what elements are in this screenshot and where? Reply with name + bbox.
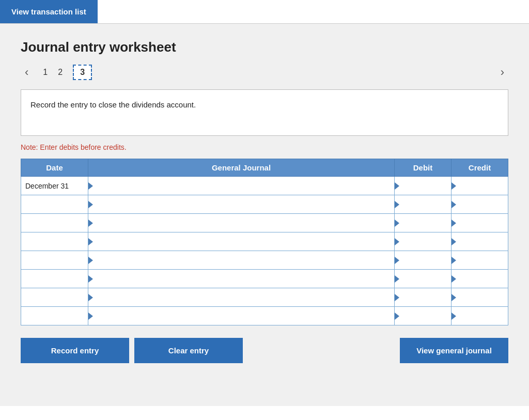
credit-triangle-icon-6 (452, 294, 456, 301)
credit-cell-0[interactable] (452, 177, 508, 195)
table-row (21, 251, 508, 270)
table-row (21, 270, 508, 288)
triangle-icon-4 (88, 257, 93, 264)
date-cell-1 (21, 195, 88, 214)
triangle-icon-7 (88, 313, 93, 320)
note-text: Note: Enter debits before credits. (21, 143, 508, 151)
triangle-icon-0 (88, 182, 93, 190)
journal-input-2[interactable] (97, 214, 394, 232)
debit-input-1[interactable] (403, 195, 451, 213)
table-row (21, 195, 508, 214)
page-3-active[interactable]: 3 (73, 65, 92, 80)
debit-cell-6[interactable] (395, 288, 452, 307)
triangle-icon-5 (88, 275, 93, 283)
credit-input-2[interactable] (460, 214, 508, 232)
date-value-0: December 31 (25, 182, 69, 190)
buttons-row: Record entry Clear entry View general jo… (21, 338, 508, 363)
prev-page-button[interactable]: ‹ (21, 65, 33, 80)
credit-cell-3[interactable] (452, 232, 508, 251)
page-title: Journal entry worksheet (21, 39, 508, 55)
journal-input-1[interactable] (97, 195, 394, 213)
col-header-debit: Debit (395, 159, 452, 177)
debit-input-6[interactable] (403, 288, 451, 306)
credit-cell-5[interactable] (452, 270, 508, 288)
journal-cell-3[interactable] (88, 232, 395, 251)
debit-input-4[interactable] (403, 251, 451, 269)
debit-triangle-icon-7 (395, 313, 399, 320)
credit-triangle-icon-4 (452, 257, 456, 264)
credit-cell-2[interactable] (452, 214, 508, 232)
table-row (21, 214, 508, 232)
debit-triangle-icon-3 (395, 238, 399, 245)
col-header-general-journal: General Journal (88, 159, 395, 177)
col-header-credit: Credit (452, 159, 508, 177)
top-bar: View transaction list (0, 0, 529, 23)
credit-cell-4[interactable] (452, 251, 508, 270)
journal-input-0[interactable] (97, 177, 394, 195)
credit-triangle-icon-2 (452, 220, 456, 227)
credit-input-1[interactable] (460, 195, 508, 213)
credit-triangle-icon-7 (452, 313, 456, 320)
col-header-date: Date (21, 159, 88, 177)
debit-triangle-icon-4 (395, 257, 399, 264)
page-2[interactable]: 2 (58, 68, 63, 77)
journal-input-6[interactable] (97, 288, 394, 306)
credit-triangle-icon-5 (452, 275, 456, 283)
table-row (21, 288, 508, 307)
credit-triangle-icon-0 (452, 182, 456, 190)
debit-input-7[interactable] (403, 307, 451, 325)
journal-cell-1[interactable] (88, 195, 395, 214)
next-page-button[interactable]: › (496, 65, 508, 80)
credit-input-3[interactable] (460, 232, 508, 251)
debit-triangle-icon-6 (395, 294, 399, 301)
table-row (21, 307, 508, 325)
credit-cell-6[interactable] (452, 288, 508, 307)
triangle-icon-1 (88, 201, 93, 208)
debit-cell-2[interactable] (395, 214, 452, 232)
date-cell-2 (21, 214, 88, 232)
date-cell-4 (21, 251, 88, 270)
journal-input-3[interactable] (97, 232, 394, 251)
debit-cell-5[interactable] (395, 270, 452, 288)
page-1[interactable]: 1 (43, 68, 48, 77)
view-general-journal-button[interactable]: View general journal (400, 338, 508, 363)
debit-cell-0[interactable] (395, 177, 452, 195)
debit-triangle-icon-0 (395, 182, 399, 190)
credit-input-5[interactable] (460, 270, 508, 288)
journal-cell-6[interactable] (88, 288, 395, 307)
credit-input-4[interactable] (460, 251, 508, 269)
description-text: Record the entry to close the dividends … (30, 100, 196, 109)
journal-table: Date General Journal Debit Credit Decemb… (21, 159, 508, 325)
view-transaction-button[interactable]: View transaction list (0, 0, 98, 23)
debit-input-3[interactable] (403, 232, 451, 251)
date-cell-0: December 31 (21, 177, 88, 195)
journal-cell-5[interactable] (88, 270, 395, 288)
journal-input-5[interactable] (97, 270, 394, 288)
table-row (21, 232, 508, 251)
journal-cell-4[interactable] (88, 251, 395, 270)
credit-triangle-icon-1 (452, 201, 456, 208)
debit-input-0[interactable] (403, 177, 451, 195)
credit-input-6[interactable] (460, 288, 508, 306)
journal-cell-0[interactable] (88, 177, 395, 195)
debit-cell-3[interactable] (395, 232, 452, 251)
date-cell-7 (21, 307, 88, 325)
credit-input-7[interactable] (460, 307, 508, 325)
table-row: December 31 (21, 177, 508, 195)
debit-input-2[interactable] (403, 214, 451, 232)
debit-cell-7[interactable] (395, 307, 452, 325)
journal-input-7[interactable] (97, 307, 394, 325)
debit-input-5[interactable] (403, 270, 451, 288)
journal-input-4[interactable] (97, 251, 394, 269)
credit-input-0[interactable] (460, 177, 508, 195)
triangle-icon-2 (88, 220, 93, 227)
credit-cell-7[interactable] (452, 307, 508, 325)
debit-cell-1[interactable] (395, 195, 452, 214)
journal-cell-7[interactable] (88, 307, 395, 325)
journal-cell-2[interactable] (88, 214, 395, 232)
credit-cell-1[interactable] (452, 195, 508, 214)
record-entry-button[interactable]: Record entry (21, 338, 129, 363)
debit-triangle-icon-1 (395, 201, 399, 208)
clear-entry-button[interactable]: Clear entry (134, 338, 243, 363)
debit-cell-4[interactable] (395, 251, 452, 270)
